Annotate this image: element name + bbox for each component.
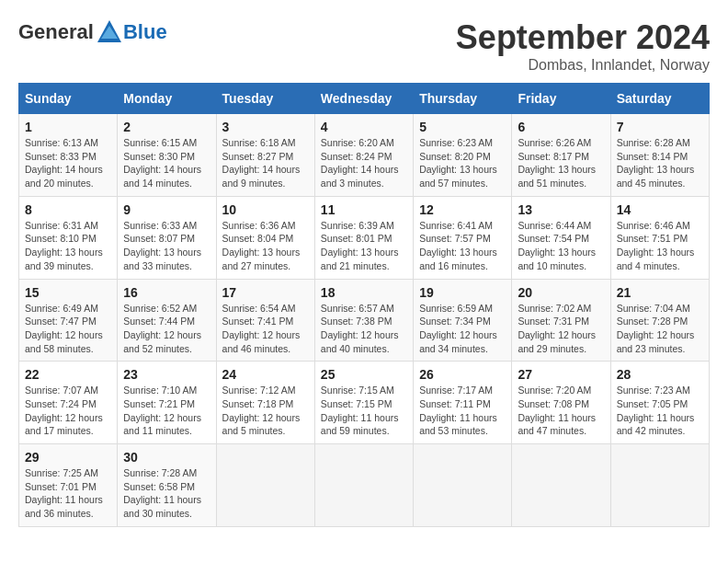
day-info: Sunrise: 6:28 AM Sunset: 8:14 PM Dayligh… bbox=[617, 136, 703, 190]
calendar-table: SundayMondayTuesdayWednesdayThursdayFrid… bbox=[18, 83, 710, 527]
day-number: 14 bbox=[617, 202, 703, 217]
calendar-cell: 13Sunrise: 6:44 AM Sunset: 7:54 PM Dayli… bbox=[512, 196, 610, 279]
day-info: Sunrise: 7:10 AM Sunset: 7:21 PM Dayligh… bbox=[123, 384, 210, 438]
day-info: Sunrise: 7:02 AM Sunset: 7:31 PM Dayligh… bbox=[518, 302, 604, 356]
day-info: Sunrise: 6:41 AM Sunset: 7:57 PM Dayligh… bbox=[419, 219, 506, 273]
day-number: 9 bbox=[123, 202, 210, 217]
calendar-title: September 2024 bbox=[456, 18, 710, 57]
day-info: Sunrise: 7:04 AM Sunset: 7:28 PM Dayligh… bbox=[617, 302, 703, 356]
day-info: Sunrise: 6:49 AM Sunset: 7:47 PM Dayligh… bbox=[25, 302, 111, 356]
day-info: Sunrise: 7:15 AM Sunset: 7:15 PM Dayligh… bbox=[321, 384, 407, 438]
day-number: 8 bbox=[25, 202, 111, 217]
day-number: 29 bbox=[25, 450, 111, 465]
calendar-week-row: 22Sunrise: 7:07 AM Sunset: 7:24 PM Dayli… bbox=[19, 362, 710, 444]
day-number: 3 bbox=[222, 120, 309, 134]
day-number: 28 bbox=[617, 367, 703, 382]
day-number: 1 bbox=[25, 120, 111, 134]
day-number: 7 bbox=[617, 120, 703, 134]
header-friday: Friday bbox=[512, 84, 610, 114]
calendar-cell: 1Sunrise: 6:13 AM Sunset: 8:33 PM Daylig… bbox=[19, 114, 118, 197]
calendar-week-row: 29Sunrise: 7:25 AM Sunset: 7:01 PM Dayli… bbox=[19, 444, 710, 527]
day-number: 25 bbox=[321, 367, 407, 382]
day-info: Sunrise: 6:18 AM Sunset: 8:27 PM Dayligh… bbox=[222, 136, 309, 190]
header-wednesday: Wednesday bbox=[314, 84, 413, 114]
day-info: Sunrise: 6:52 AM Sunset: 7:44 PM Dayligh… bbox=[123, 302, 210, 356]
day-number: 13 bbox=[518, 202, 604, 217]
calendar-cell: 21Sunrise: 7:04 AM Sunset: 7:28 PM Dayli… bbox=[610, 279, 709, 362]
logo-general: General bbox=[18, 20, 94, 44]
header-sunday: Sunday bbox=[19, 84, 118, 114]
calendar-cell: 25Sunrise: 7:15 AM Sunset: 7:15 PM Dayli… bbox=[314, 362, 413, 444]
calendar-cell: 6Sunrise: 6:26 AM Sunset: 8:17 PM Daylig… bbox=[512, 114, 610, 197]
calendar-cell: 17Sunrise: 6:54 AM Sunset: 7:41 PM Dayli… bbox=[216, 279, 314, 362]
day-number: 17 bbox=[222, 285, 309, 300]
day-number: 23 bbox=[123, 367, 210, 382]
day-number: 2 bbox=[123, 120, 210, 134]
day-number: 27 bbox=[518, 367, 604, 382]
calendar-cell bbox=[216, 444, 314, 527]
day-number: 26 bbox=[419, 367, 506, 382]
day-info: Sunrise: 6:36 AM Sunset: 8:04 PM Dayligh… bbox=[222, 219, 309, 273]
header-thursday: Thursday bbox=[414, 84, 512, 114]
logo-blue: Blue bbox=[123, 20, 167, 44]
calendar-cell bbox=[610, 444, 709, 527]
calendar-cell: 22Sunrise: 7:07 AM Sunset: 7:24 PM Dayli… bbox=[19, 362, 118, 444]
calendar-cell: 12Sunrise: 6:41 AM Sunset: 7:57 PM Dayli… bbox=[414, 196, 512, 279]
calendar-week-row: 15Sunrise: 6:49 AM Sunset: 7:47 PM Dayli… bbox=[19, 279, 710, 362]
calendar-cell: 11Sunrise: 6:39 AM Sunset: 8:01 PM Dayli… bbox=[314, 196, 413, 279]
day-number: 10 bbox=[222, 202, 309, 217]
day-number: 30 bbox=[123, 450, 210, 465]
day-number: 20 bbox=[518, 285, 604, 300]
day-info: Sunrise: 6:33 AM Sunset: 8:07 PM Dayligh… bbox=[123, 219, 210, 273]
day-info: Sunrise: 6:26 AM Sunset: 8:17 PM Dayligh… bbox=[518, 136, 604, 190]
header-tuesday: Tuesday bbox=[216, 84, 314, 114]
day-number: 16 bbox=[123, 285, 210, 300]
calendar-cell: 23Sunrise: 7:10 AM Sunset: 7:21 PM Dayli… bbox=[118, 362, 216, 444]
calendar-cell bbox=[414, 444, 512, 527]
calendar-cell: 3Sunrise: 6:18 AM Sunset: 8:27 PM Daylig… bbox=[216, 114, 314, 197]
calendar-cell: 20Sunrise: 7:02 AM Sunset: 7:31 PM Dayli… bbox=[512, 279, 610, 362]
day-info: Sunrise: 6:23 AM Sunset: 8:20 PM Dayligh… bbox=[419, 136, 506, 190]
day-info: Sunrise: 6:13 AM Sunset: 8:33 PM Dayligh… bbox=[25, 136, 111, 190]
calendar-week-row: 8Sunrise: 6:31 AM Sunset: 8:10 PM Daylig… bbox=[19, 196, 710, 279]
day-number: 18 bbox=[321, 285, 407, 300]
calendar-cell: 26Sunrise: 7:17 AM Sunset: 7:11 PM Dayli… bbox=[414, 362, 512, 444]
day-info: Sunrise: 6:15 AM Sunset: 8:30 PM Dayligh… bbox=[123, 136, 210, 190]
calendar-header-row: SundayMondayTuesdayWednesdayThursdayFrid… bbox=[19, 84, 710, 114]
calendar-cell bbox=[314, 444, 413, 527]
calendar-cell: 8Sunrise: 6:31 AM Sunset: 8:10 PM Daylig… bbox=[19, 196, 118, 279]
calendar-subtitle: Dombas, Innlandet, Norway bbox=[456, 57, 710, 74]
calendar-cell bbox=[512, 444, 610, 527]
day-info: Sunrise: 6:20 AM Sunset: 8:24 PM Dayligh… bbox=[321, 136, 407, 190]
calendar-cell: 18Sunrise: 6:57 AM Sunset: 7:38 PM Dayli… bbox=[314, 279, 413, 362]
day-info: Sunrise: 7:12 AM Sunset: 7:18 PM Dayligh… bbox=[222, 384, 309, 438]
day-number: 19 bbox=[419, 285, 506, 300]
day-info: Sunrise: 6:44 AM Sunset: 7:54 PM Dayligh… bbox=[518, 219, 604, 273]
day-number: 11 bbox=[321, 202, 407, 217]
calendar-cell: 29Sunrise: 7:25 AM Sunset: 7:01 PM Dayli… bbox=[19, 444, 118, 527]
day-info: Sunrise: 6:39 AM Sunset: 8:01 PM Dayligh… bbox=[321, 219, 407, 273]
day-info: Sunrise: 6:31 AM Sunset: 8:10 PM Dayligh… bbox=[25, 219, 111, 273]
day-info: Sunrise: 6:54 AM Sunset: 7:41 PM Dayligh… bbox=[222, 302, 309, 356]
calendar-cell: 28Sunrise: 7:23 AM Sunset: 7:05 PM Dayli… bbox=[610, 362, 709, 444]
calendar-cell: 2Sunrise: 6:15 AM Sunset: 8:30 PM Daylig… bbox=[118, 114, 216, 197]
day-number: 5 bbox=[419, 120, 506, 134]
calendar-cell: 30Sunrise: 7:28 AM Sunset: 6:58 PM Dayli… bbox=[118, 444, 216, 527]
page-header: General Blue September 2024 Dombas, Innl… bbox=[18, 18, 710, 74]
day-number: 4 bbox=[321, 120, 407, 134]
day-info: Sunrise: 6:46 AM Sunset: 7:51 PM Dayligh… bbox=[617, 219, 703, 273]
day-info: Sunrise: 7:25 AM Sunset: 7:01 PM Dayligh… bbox=[25, 466, 111, 521]
calendar-cell: 27Sunrise: 7:20 AM Sunset: 7:08 PM Dayli… bbox=[512, 362, 610, 444]
calendar-cell: 15Sunrise: 6:49 AM Sunset: 7:47 PM Dayli… bbox=[19, 279, 118, 362]
calendar-cell: 19Sunrise: 6:59 AM Sunset: 7:34 PM Dayli… bbox=[414, 279, 512, 362]
calendar-cell: 9Sunrise: 6:33 AM Sunset: 8:07 PM Daylig… bbox=[118, 196, 216, 279]
calendar-cell: 14Sunrise: 6:46 AM Sunset: 7:51 PM Dayli… bbox=[610, 196, 709, 279]
day-info: Sunrise: 7:07 AM Sunset: 7:24 PM Dayligh… bbox=[25, 384, 111, 438]
calendar-cell: 7Sunrise: 6:28 AM Sunset: 8:14 PM Daylig… bbox=[610, 114, 709, 197]
calendar-cell: 24Sunrise: 7:12 AM Sunset: 7:18 PM Dayli… bbox=[216, 362, 314, 444]
day-info: Sunrise: 7:17 AM Sunset: 7:11 PM Dayligh… bbox=[419, 384, 506, 438]
logo-icon bbox=[96, 18, 123, 46]
day-number: 22 bbox=[25, 367, 111, 382]
logo: General Blue bbox=[18, 18, 167, 46]
header-saturday: Saturday bbox=[610, 84, 709, 114]
